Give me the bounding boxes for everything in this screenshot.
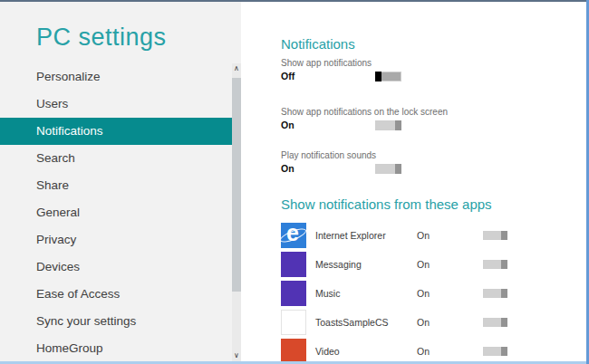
messaging-tile-icon [281,252,306,277]
play-notification-sounds-toggle[interactable] [375,164,401,174]
setting-label: Show app notifications on the lock scree… [281,107,571,117]
setting-group-play-notification-sounds: Play notification soundsOn [281,150,571,174]
sidebar-item-personalize[interactable]: Personalize [0,63,232,91]
app-row-messaging: MessagingOn [281,252,580,281]
window-border-top [0,0,589,2]
app-toggle-value: On [417,339,430,364]
app-row-video: VideoOn [281,339,580,364]
sidebar-item-users[interactable]: Users [0,91,232,118]
messaging-toggle[interactable] [483,260,507,269]
music-tile-icon [281,281,306,306]
sidebar-item-homegroup[interactable]: HomeGroup [0,335,232,362]
scroll-down-icon[interactable]: ∨ [232,350,241,360]
sidebar-item-privacy[interactable]: Privacy [0,226,232,254]
toggle-thumb[interactable] [501,231,507,240]
setting-label: Show app notifications [281,58,571,68]
app-name: ToastsSampleCS [315,310,389,335]
setting-value: Off [281,71,375,81]
video-toggle[interactable] [483,347,507,356]
app-toggle-value: On [417,223,430,248]
setting-label: Play notification sounds [281,150,571,160]
toggle-thumb[interactable] [395,164,401,174]
toastssamplecs-toggle[interactable] [483,318,507,327]
sidebar-item-devices[interactable]: Devices [0,254,232,281]
toggle-thumb[interactable] [375,72,381,81]
toggle-thumb[interactable] [501,347,507,356]
setting-value: On [281,163,375,174]
sidebar-scrollbar[interactable]: ∧ ∨ [232,63,241,361]
sidebar: PC settings PersonalizeUsersNotification… [0,2,241,364]
pc-settings-window: PC settings PersonalizeUsersNotification… [0,0,589,364]
toggle-thumb[interactable] [501,260,507,269]
sidebar-item-search[interactable]: Search [0,145,232,172]
app-name: Video [315,339,340,364]
sidebar-item-general[interactable]: General [0,199,232,226]
music-toggle[interactable] [483,289,507,298]
page-title: PC settings [36,24,167,52]
toastssamplecs-tile-icon [281,310,306,335]
toggle-thumb[interactable] [501,318,507,327]
app-toggle-value: On [417,252,430,277]
app-name: Music [315,281,340,306]
app-toggle-value: On [417,281,430,306]
app-row-music: MusicOn [281,281,580,310]
setting-group-show-app-notifications-on-the-lock-screen: Show app notifications on the lock scree… [281,107,571,130]
internet-explorer-toggle[interactable] [483,231,507,240]
sidebar-item-ease-of-access[interactable]: Ease of Access [0,281,232,308]
sidebar-item-share[interactable]: Share [0,172,232,199]
scrollbar-thumb[interactable] [232,78,241,292]
toggle-thumb[interactable] [395,120,401,130]
app-row-internet-explorer: eInternet ExplorerOn [281,223,580,252]
app-toggle-value: On [417,310,430,335]
sidebar-item-sync-your-settings[interactable]: Sync your settings [0,308,232,335]
scroll-up-icon[interactable]: ∧ [232,63,241,73]
setting-value: On [281,120,375,130]
show-app-notifications-on-the-lock-screen-toggle[interactable] [375,120,401,130]
show-app-notifications-toggle[interactable] [375,72,401,81]
panel-heading: Notifications [281,36,355,52]
setting-group-show-app-notifications: Show app notificationsOff [281,58,571,81]
app-name: Messaging [315,252,362,277]
video-tile-icon [281,339,306,364]
internet-explorer-logo-icon: e [281,223,306,248]
apps-section-heading: Show notifications from these apps [281,196,492,212]
app-name: Internet Explorer [315,223,386,248]
app-row-toastssamplecs: ToastsSampleCSOn [281,310,580,339]
sidebar-item-notifications[interactable]: Notifications [0,118,232,145]
notifications-panel: Notifications Show app notificationsOffS… [241,2,586,361]
apps-list: eInternet ExplorerOnMessagingOnMusicOnTo… [281,223,580,364]
sidebar-nav: PersonalizeUsersNotificationsSearchShare… [0,63,232,362]
toggle-thumb[interactable] [501,289,507,298]
